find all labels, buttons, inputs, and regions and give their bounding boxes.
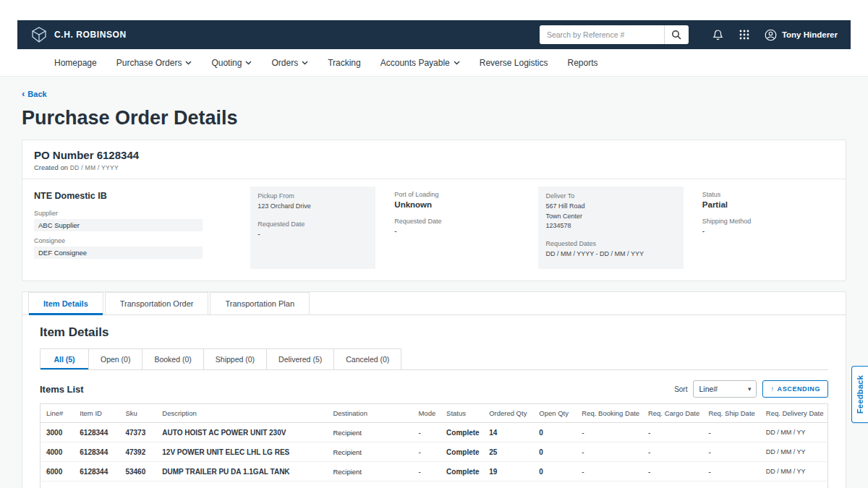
panel-title: Item Details bbox=[40, 325, 828, 340]
cell-status: Complete bbox=[441, 462, 483, 481]
nav-reverse-logistics[interactable]: Reverse Logistics bbox=[480, 58, 548, 68]
status-label: Status bbox=[702, 191, 834, 198]
cell-sku: 53460 bbox=[119, 462, 156, 481]
filter-tab-booked[interactable]: Booked (0) bbox=[142, 348, 203, 369]
port-of-loading-value: Unknown bbox=[394, 200, 519, 209]
col-header: Req. Cargo Date bbox=[642, 404, 702, 423]
port-of-loading-label: Port of Loading bbox=[394, 191, 519, 198]
table-header-row: Line# Item ID Sku Description Destinatio… bbox=[41, 404, 828, 423]
cell-req-ship-date: - bbox=[702, 442, 760, 462]
nav-purchase-orders[interactable]: Purchase Orders bbox=[116, 58, 192, 68]
nav-reports[interactable]: Reports bbox=[568, 58, 598, 68]
created-on-label: Created on bbox=[34, 163, 68, 171]
items-table: Line# Item ID Sku Description Destinatio… bbox=[40, 403, 828, 488]
created-on: Created on DD / MM / YYYY bbox=[34, 163, 834, 171]
cell-req-cargo-date: - bbox=[642, 442, 702, 462]
tab-transportation-order[interactable]: Transportation Order bbox=[105, 292, 209, 314]
requested-date-label: Requested Date bbox=[394, 218, 519, 225]
requested-date-value: - bbox=[394, 227, 519, 235]
tab-item-details[interactable]: Item Details bbox=[28, 292, 103, 314]
cell-line: 8000 bbox=[41, 481, 75, 488]
nav-label: Tracking bbox=[328, 58, 361, 68]
sort-select[interactable]: Line# ▾ bbox=[693, 380, 757, 398]
nav-accounts-payable[interactable]: Accounts Payable bbox=[380, 58, 460, 68]
cell-open-qty: 0 bbox=[533, 442, 576, 462]
apps-button[interactable] bbox=[739, 30, 749, 40]
brand[interactable]: C.H. ROBINSON bbox=[30, 26, 127, 43]
brand-name: C.H. ROBINSON bbox=[54, 30, 127, 40]
cell-sku: 47373 bbox=[119, 423, 156, 442]
feedback-tab[interactable]: Feedback bbox=[851, 366, 868, 423]
items-list-header: Items List Sort Line# ▾ ↑ ASCENDING bbox=[40, 380, 828, 398]
tab-transportation-plan[interactable]: Transportation Plan bbox=[210, 292, 310, 314]
table-row: 3000 6128344 47373 AUTO HOIST AC POWER U… bbox=[41, 423, 828, 442]
requested-dates-label: Requested Dates bbox=[545, 240, 676, 247]
cell-destination: Recipient bbox=[327, 442, 412, 462]
cell-req-cargo-date: - bbox=[642, 481, 702, 488]
requested-date-value: - bbox=[258, 230, 368, 238]
cell-line: 3000 bbox=[41, 423, 75, 442]
deliver-to-line: 1234578 bbox=[545, 221, 676, 231]
nav-label: Reverse Logistics bbox=[480, 58, 548, 68]
page-title: Purchase Order Details bbox=[22, 107, 846, 129]
shipping-method-value: - bbox=[702, 227, 834, 235]
consignee-label: Consignee bbox=[34, 237, 231, 244]
cell-description: DUMP TRAILER PU DA 1.1GAL TANK bbox=[156, 462, 327, 481]
filter-tab-shipped[interactable]: Shipped (0) bbox=[203, 348, 267, 369]
shipping-method-label: Shipping Method bbox=[702, 218, 834, 225]
sort-direction-label: ASCENDING bbox=[778, 385, 820, 393]
back-chevron-icon: ‹ bbox=[22, 89, 25, 98]
user-icon bbox=[765, 29, 777, 41]
po-summary-card: PO Number 6128344 Created on DD / MM / Y… bbox=[22, 140, 846, 281]
brand-logo-icon bbox=[30, 26, 48, 43]
search-input[interactable] bbox=[540, 25, 664, 44]
app-header: C.H. ROBINSON bbox=[17, 20, 851, 49]
cell-line: 6000 bbox=[41, 462, 75, 481]
cell-req-delivery-date: DD / MM / YY bbox=[760, 423, 828, 442]
filter-tabs: All (5) Open (0) Booked (0) Shipped (0) … bbox=[40, 348, 828, 370]
filter-tab-delivered[interactable]: Delivered (5) bbox=[266, 348, 334, 369]
user-menu[interactable]: Tony Hinderer bbox=[765, 29, 838, 41]
col-header: Ordered Qty bbox=[483, 404, 533, 423]
cell-description: 12V POWER UNIT ELEC LHL LG RES bbox=[156, 442, 327, 462]
cell-status: Complete bbox=[441, 481, 483, 488]
nav-label: Orders bbox=[271, 58, 298, 68]
cell-req-booking-date: - bbox=[576, 423, 642, 442]
col-header: Line# bbox=[41, 404, 75, 423]
user-name: Tony Hinderer bbox=[782, 30, 838, 39]
nav-orders[interactable]: Orders bbox=[271, 58, 308, 68]
filter-tab-open[interactable]: Open (0) bbox=[88, 348, 142, 369]
po-number: PO Number 6128344 bbox=[34, 149, 834, 161]
cell-line: 4000 bbox=[41, 442, 75, 462]
pickup-column: Pickup From 123 Orchard Drive Requested … bbox=[250, 187, 375, 269]
table-row: 8000 6128344 53453 INDUST PU 230/460V 23… bbox=[41, 481, 828, 488]
nav-quoting[interactable]: Quoting bbox=[211, 58, 252, 68]
cell-open-qty: 0 bbox=[533, 481, 576, 488]
notifications-button[interactable] bbox=[712, 29, 723, 40]
nav-homepage[interactable]: Homepage bbox=[54, 58, 97, 68]
item-details-panel: Item Details All (5) Open (0) Booked (0)… bbox=[22, 315, 846, 488]
consignee-value: DEF Consignee bbox=[34, 247, 203, 259]
nav-tracking[interactable]: Tracking bbox=[328, 58, 361, 68]
back-label: Back bbox=[27, 90, 46, 98]
cell-item-id: 6128344 bbox=[74, 462, 119, 481]
cell-open-qty: 0 bbox=[533, 462, 576, 481]
created-on-value: DD / MM / YYYY bbox=[70, 164, 119, 171]
cell-req-ship-date: - bbox=[702, 423, 760, 442]
chevron-down-icon bbox=[454, 61, 460, 65]
cell-item-id: 6128344 bbox=[74, 423, 119, 442]
requested-date-label: Requested Date bbox=[258, 221, 368, 228]
search-icon bbox=[671, 30, 681, 40]
table-row: 4000 6128344 47392 12V POWER UNIT ELEC L… bbox=[41, 442, 828, 462]
sort-direction-button[interactable]: ↑ ASCENDING bbox=[762, 380, 828, 398]
col-header: Mode bbox=[412, 404, 441, 423]
filter-tab-all[interactable]: All (5) bbox=[40, 348, 89, 369]
back-link[interactable]: ‹ Back bbox=[22, 89, 47, 98]
items-list-title: Items List bbox=[40, 384, 84, 395]
search-button[interactable] bbox=[664, 25, 689, 44]
col-header: Status bbox=[441, 404, 483, 423]
filter-tab-canceled[interactable]: Canceled (0) bbox=[333, 348, 401, 369]
cell-req-ship-date: - bbox=[702, 462, 760, 481]
nav-label: Reports bbox=[568, 58, 598, 68]
cell-open-qty: 0 bbox=[533, 423, 576, 442]
